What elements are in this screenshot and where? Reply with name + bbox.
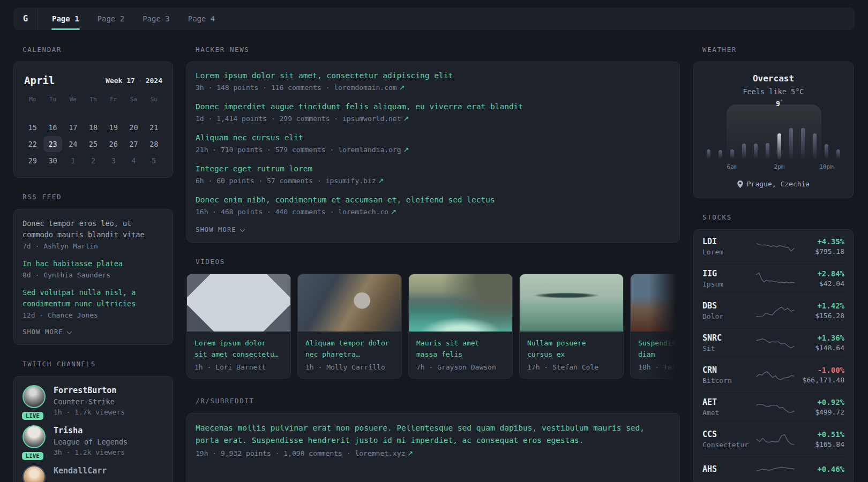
stock-id: CRNBitcorn (702, 365, 755, 385)
post-domain-link[interactable]: loremtech.co (338, 208, 388, 216)
stock-spark-wrap (755, 238, 795, 254)
hackernews-card: Lorem ipsum dolor sit amet, consectetur … (186, 62, 680, 243)
subreddit-post-title[interactable]: Maecenas mollis pulvinar erat non posuer… (196, 422, 671, 447)
calendar-day: 20 (124, 119, 144, 135)
news-item-title[interactable]: Donec imperdiet augue tincidunt felis al… (196, 102, 671, 112)
post-meta: 16h · 468 points · 440 comments · loremt… (196, 208, 671, 216)
news-item-title[interactable]: Lorem ipsum dolor sit amet, consectetur … (196, 71, 671, 81)
tab-page-3[interactable]: Page 3 (143, 7, 170, 30)
stock-change: +4.35% (795, 237, 844, 246)
calendar-weekday: Fr (103, 96, 124, 109)
video-thumbnail[interactable] (409, 274, 512, 332)
video-title[interactable]: Mauris sit amet massa felis (416, 337, 505, 360)
twitch-channel-row[interactable]: LIVEForrestBurtonCounter-Strike1h · 1.7k… (23, 385, 164, 416)
stock-name: Consectetur (702, 441, 755, 449)
video-title[interactable]: Lorem ipsum dolor sit amet consectetu… (194, 337, 283, 360)
video-thumbnail[interactable] (187, 274, 290, 332)
tab-page-4[interactable]: Page 4 (188, 7, 215, 30)
video-card[interactable]: Nullam posuere cursus ex17h · Stefan Col… (519, 274, 624, 379)
twitch-channel-meta: 3h · 1.2k viewers (54, 448, 128, 456)
time-axis-label: 6am (727, 163, 738, 170)
stock-ticker[interactable]: SNRC (702, 333, 755, 343)
stock-values: +1.36%$148.64 (795, 334, 844, 352)
post-meta-text: 16h · 468 points · 440 comments · (196, 208, 338, 216)
video-card[interactable]: Suspendisse diam18h · Tara (630, 274, 680, 379)
twitch-card: LIVEForrestBurtonCounter-Strike1h · 1.7k… (13, 376, 173, 482)
calendar-day: 3 (103, 152, 124, 169)
post-domain-link[interactable]: loremdomain.com (334, 84, 396, 92)
stock-price: $42.04 (795, 280, 844, 288)
stock-ticker[interactable]: AHS (702, 464, 755, 474)
post-meta: 21h · 710 points · 579 comments · loreml… (196, 146, 671, 154)
stock-row: CCSConsectetur+0.51%$165.84 (702, 423, 844, 455)
post-domain-link[interactable]: loremlandia.org (338, 146, 401, 154)
hackernews-widget-title: HACKER NEWS (196, 46, 680, 54)
twitch-channel-row[interactable]: LIVETrishaLeague of Legends3h · 1.2k vie… (23, 425, 164, 456)
stock-ticker[interactable]: DBS (702, 301, 755, 311)
video-card[interactable]: Mauris sit amet massa felis7h · Grayson … (408, 274, 513, 379)
stock-ticker[interactable]: CRN (702, 365, 755, 375)
post-domain-link[interactable]: loremnet.xyz (355, 449, 405, 457)
post-domain-link[interactable]: ipsumify.biz (326, 177, 376, 185)
video-title[interactable]: Aliquam tempor dolor nec pharetra… (305, 337, 394, 360)
twitch-channel-name[interactable]: KendallCarr (54, 466, 107, 476)
daytime-region (727, 104, 821, 159)
news-item: Lorem ipsum dolor sit amet, consectetur … (196, 71, 671, 92)
stock-ticker[interactable]: AET (702, 397, 755, 407)
post-meta: 1d · 1,414 points · 299 comments · ipsum… (196, 115, 671, 123)
stock-sparkline (755, 399, 795, 415)
show-more-button[interactable]: SHOW MORE (23, 328, 164, 336)
chevron-down-icon (66, 329, 72, 334)
time-axis-label: 10pm (819, 163, 834, 170)
feed-item-title[interactable]: Sed volutpat nulla nisl, a condimentum n… (23, 287, 164, 310)
feed-item-title[interactable]: Donec tempor eros leo, ut commodo mauris… (23, 218, 164, 240)
weather-location: Prague, Czechia (702, 180, 844, 188)
location-pin-icon (737, 180, 743, 188)
app-logo[interactable]: G (13, 7, 38, 30)
video-title[interactable]: Nullam posuere cursus ex (527, 337, 616, 360)
news-item-title[interactable]: Integer eget rutrum lorem (196, 164, 671, 174)
video-thumbnail[interactable] (298, 274, 401, 332)
stock-price: $156.28 (795, 312, 844, 320)
calendar-day: 27 (124, 135, 144, 152)
video-card-body: Nullam posuere cursus ex17h · Stefan Col… (520, 332, 623, 378)
stock-row: AHS+0.46% (702, 455, 844, 482)
weather-bar (801, 128, 805, 159)
twitch-channel-name[interactable]: ForrestBurton (54, 386, 125, 395)
live-badge: LIVE (22, 412, 43, 420)
post-domain-link[interactable]: ipsumworld.net (342, 115, 401, 123)
stock-id: AHS (702, 464, 755, 476)
news-item-title[interactable]: Donec enim nibh, condimentum et accumsan… (196, 195, 671, 205)
weather-bar (813, 133, 817, 159)
stock-row: AETAmet+0.92%$499.72 (702, 391, 844, 423)
show-more-button[interactable]: SHOW MORE (196, 226, 671, 234)
twitch-channel-row[interactable]: KendallCarr (23, 465, 164, 482)
feed-item-title[interactable]: In hac habitasse platea (23, 258, 164, 269)
calendar-day: 1 (63, 152, 83, 169)
stock-ticker[interactable]: LDI (702, 237, 755, 246)
avatar (23, 385, 46, 408)
current-temp-value: 9 (776, 100, 780, 108)
rss-widget-title: RSS FEED (23, 193, 173, 201)
tab-page-2[interactable]: Page 2 (98, 7, 125, 30)
stock-change: +1.36% (795, 334, 844, 342)
stock-ticker[interactable]: CCS (702, 430, 755, 439)
tab-page-1[interactable]: Page 1 (52, 7, 79, 30)
video-card[interactable]: Aliquam tempor dolor nec pharetra…1h · M… (297, 274, 402, 379)
calendar-day: 16 (43, 119, 63, 135)
video-title[interactable]: Suspendisse diam (638, 337, 680, 360)
stock-change: -1.00% (795, 366, 844, 374)
twitch-channel-game: Counter-Strike (54, 397, 125, 406)
news-item-title[interactable]: Aliquam nec cursus elit (196, 133, 671, 143)
stock-values: +0.92%$499.72 (795, 398, 844, 416)
feed-item-meta: 12d · Chance Jones (23, 311, 164, 319)
post-meta-text: 21h · 710 points · 579 comments · (196, 146, 338, 154)
stock-ticker[interactable]: IIG (702, 269, 755, 278)
external-link-icon: ↗ (378, 177, 384, 185)
twitch-channel-name[interactable]: Trisha (54, 426, 128, 435)
video-thumbnail[interactable] (631, 274, 680, 332)
stock-spark-wrap (755, 270, 795, 287)
video-card[interactable]: Lorem ipsum dolor sit amet consectetu…1h… (186, 274, 291, 379)
video-thumbnail[interactable] (520, 274, 623, 332)
videos-widget-title: VIDEOS (196, 258, 680, 266)
